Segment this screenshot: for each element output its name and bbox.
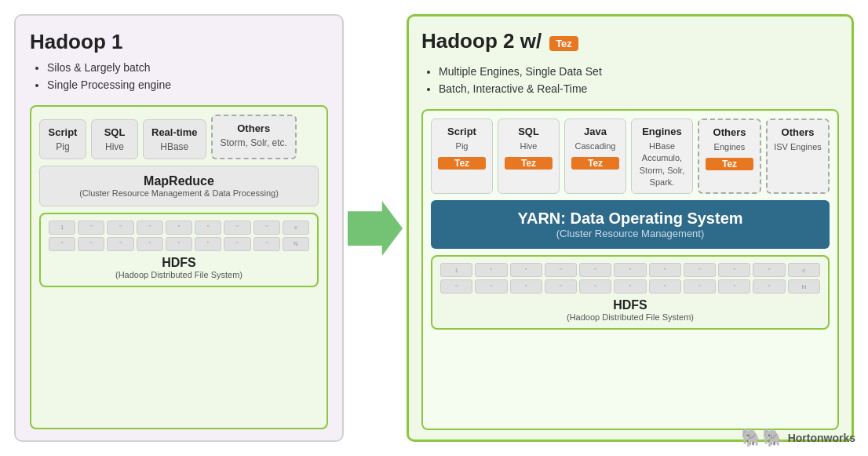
- hdfs-cell: c: [283, 221, 309, 235]
- right-card-java: Java Cascading Tez: [564, 119, 626, 195]
- main-container: Hadoop 1 Silos & Largely batch Single Pr…: [0, 0, 868, 456]
- hdfs-cell: ": [78, 237, 104, 251]
- hdfs-cell: ": [137, 221, 163, 235]
- right-title-row: Hadoop 2 w/ Tez: [421, 29, 839, 58]
- hortonworks-name: Hortonworks: [788, 432, 855, 444]
- hdfs-cell: ": [475, 263, 507, 277]
- svg-marker-0: [348, 201, 403, 256]
- hortonworks-logo: 🐘🐘 Hortonworks: [741, 428, 855, 448]
- hdfs-cell: N: [283, 237, 309, 251]
- hdfs-cell: ": [545, 279, 577, 294]
- hdfs-cell: ": [718, 279, 750, 294]
- hdfs-cell: ": [253, 237, 280, 251]
- tez-label-java: Tez: [571, 157, 619, 170]
- arrow-container: [344, 14, 407, 442]
- left-bullets: Silos & Largely batch Single Processing …: [30, 59, 328, 94]
- tez-label-others1: Tez: [706, 158, 753, 170]
- right-engine-row: Script Pig Tez SQL Hive Tez Java Cascadi…: [431, 119, 830, 195]
- right-panel: Hadoop 2 w/ Tez Multiple Engines, Single…: [407, 14, 854, 442]
- right-hdfs-box: 1 " " " " " " " " " c " " " " " ": [431, 255, 830, 330]
- left-hdfs-title-row: HDFS (Hadoop Distributed File System): [49, 256, 309, 279]
- mapreduce-box: MapReduce (Cluster Resource Management &…: [39, 166, 319, 206]
- hdfs-cell: ": [49, 237, 75, 251]
- right-card-engines: Engines HBase Accumulo, Storm, Solr, Spa…: [631, 119, 693, 195]
- hdfs-cell: ": [545, 263, 577, 277]
- left-card-sql: SQL Hive: [91, 119, 138, 159]
- hdfs-cell: ": [195, 237, 221, 251]
- right-card-others1: Others Engines Tez: [698, 119, 761, 195]
- hdfs-cell: ": [195, 221, 221, 235]
- left-card-script: Script Pig: [39, 119, 86, 159]
- hdfs-cell: ": [579, 279, 611, 294]
- tez-label-sql: Tez: [505, 157, 553, 170]
- hdfs-cell: ": [649, 279, 681, 294]
- right-bullet-1: Multiple Engines, Single Data Set: [439, 63, 839, 80]
- hdfs-cell: c: [788, 263, 820, 277]
- hdfs-cell: ": [166, 221, 192, 235]
- hdfs-cell: ": [224, 237, 250, 251]
- tez-label-script: Tez: [438, 157, 486, 170]
- hdfs-cell: ": [614, 279, 646, 294]
- hdfs-cell: ": [166, 237, 192, 251]
- left-title: Hadoop 1: [30, 30, 328, 54]
- yarn-box: YARN: Data Operating System (Cluster Res…: [431, 200, 830, 249]
- hdfs-cell: ": [137, 237, 163, 251]
- hdfs-cell: ": [107, 237, 133, 251]
- right-arrow-icon: [348, 189, 403, 268]
- hdfs-cell: ": [78, 221, 104, 235]
- left-panel: Hadoop 1 Silos & Largely batch Single Pr…: [14, 14, 344, 442]
- hdfs-cell: ": [579, 263, 611, 277]
- hdfs-cell: ": [253, 221, 280, 235]
- tez-badge-header: Tez: [549, 36, 578, 51]
- right-card-others2: Others ISV Engines: [766, 119, 830, 195]
- left-bullet-2: Single Processing engine: [47, 76, 328, 93]
- hdfs-cell: 1: [440, 263, 472, 277]
- hdfs-cell: ": [753, 279, 785, 294]
- hdfs-cell: ": [649, 263, 681, 277]
- left-bullet-1: Silos & Largely batch: [47, 59, 328, 76]
- left-card-others: Others Storm, Solr, etc.: [211, 115, 297, 159]
- left-hdfs-grid: 1 " " " " " " " c " " " " " " " ": [49, 221, 309, 251]
- hdfs-cell: ": [510, 279, 542, 294]
- right-card-sql: SQL Hive Tez: [498, 119, 560, 195]
- hdfs-cell: 1: [49, 221, 75, 235]
- hdfs-cell: ": [718, 263, 750, 277]
- hdfs-cell: ": [510, 263, 542, 277]
- hdfs-cell: ": [614, 263, 646, 277]
- right-bullet-2: Batch, Interactive & Real-Time: [439, 80, 839, 97]
- right-hdfs-title-row: HDFS (Hadoop Distributed File System): [440, 298, 820, 322]
- right-title: Hadoop 2 w/: [421, 29, 542, 53]
- hdfs-cell: ": [224, 221, 250, 235]
- hdfs-cell: ": [475, 279, 507, 294]
- hdfs-cell: ": [684, 263, 716, 277]
- left-hdfs-box: 1 " " " " " " " c " " " " " " " ": [39, 213, 319, 287]
- left-engine-cards: Script Pig SQL Hive Real-time HBase Othe…: [39, 115, 319, 159]
- right-hdfs-grid: 1 " " " " " " " " " c " " " " " ": [440, 263, 820, 294]
- hdfs-cell: ": [753, 263, 785, 277]
- hdfs-cell: N: [788, 279, 820, 294]
- right-inner-box: Script Pig Tez SQL Hive Tez Java Cascadi…: [421, 109, 839, 430]
- hdfs-cell: ": [107, 221, 133, 235]
- left-inner-box: Script Pig SQL Hive Real-time HBase Othe…: [30, 105, 328, 429]
- hdfs-cell: ": [684, 279, 716, 294]
- hdfs-cell: ": [440, 279, 472, 294]
- hortonworks-elephant-icon: 🐘🐘: [741, 428, 783, 448]
- right-card-script: Script Pig Tez: [431, 119, 493, 195]
- right-bullets: Multiple Engines, Single Data Set Batch,…: [421, 63, 839, 98]
- left-card-realtime: Real-time HBase: [143, 119, 206, 159]
